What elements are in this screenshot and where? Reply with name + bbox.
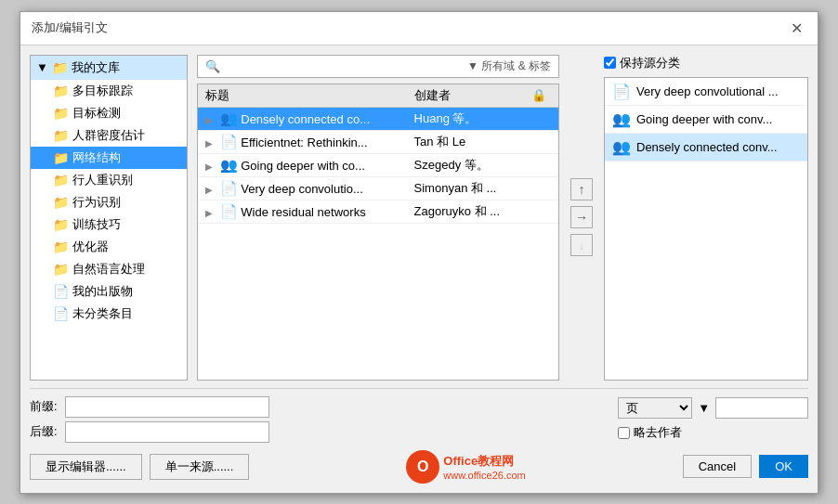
search-dropdown[interactable]: ▼ 所有域 & 标签 — [467, 58, 551, 74]
sidebar-item-label: 人群密度估计 — [72, 127, 145, 144]
sidebar-item-label: 我的出版物 — [72, 283, 133, 300]
ref-author-cell: Huang 等。 — [407, 107, 524, 130]
ref-lock-cell — [524, 176, 558, 200]
references-panel: 🔍 ▼ 所有域 & 标签 标题 创建者 🔒 — [197, 55, 559, 381]
close-button[interactable]: ✕ — [787, 19, 806, 37]
sidebar-item-label: 自然语言处理 — [72, 261, 145, 278]
move-down-button[interactable]: ↓ — [570, 234, 593, 256]
ref-title-cell: ▶ 📄 Very deep convolutio... — [198, 176, 407, 200]
suffix-input[interactable] — [65, 421, 269, 443]
ref-title: Going deeper with co... — [241, 159, 365, 173]
watermark-logo: O — [406, 450, 439, 484]
prefix-suffix-inputs: 前缀: 后缀: — [30, 396, 269, 443]
omit-author-checkbox[interactable] — [618, 427, 630, 439]
prefix-input[interactable] — [65, 396, 269, 418]
folder-icon: 📁 — [53, 239, 69, 254]
sidebar-item-publications[interactable]: 📄 我的出版物 — [31, 280, 187, 303]
watermark-line1: Office教程网 — [443, 453, 525, 470]
sidebar-item-pedestrian[interactable]: 📁 行人重识别 — [31, 169, 187, 191]
expand-icon: ▼ — [36, 60, 48, 74]
library-root-label: 我的文库 — [72, 59, 120, 76]
top-area: ▼ 📁 我的文库 📁 多目标跟踪 📁 目标检测 📁 人群密度估计 � — [30, 55, 808, 381]
doc-icon: 📄 — [220, 203, 238, 219]
page-select[interactable]: 页 章 节 — [618, 397, 692, 419]
title-bar: 添加/编辑引文 ✕ — [20, 12, 818, 45]
suffix-row: 后缀: — [30, 421, 269, 443]
doc-icon: 📄 — [53, 306, 69, 321]
sidebar-item-nlp[interactable]: 📁 自然语言处理 — [31, 258, 187, 280]
table-row[interactable]: ▶ 👥 Densely connected co... Huang 等。 — [198, 107, 558, 130]
ref-title-cell: ▶ 👥 Going deeper with co... — [198, 153, 407, 176]
page-input[interactable] — [715, 397, 808, 419]
selected-ref-item[interactable]: 👥 Densely connected conv... — [605, 134, 807, 162]
sidebar-item-label: 目标检测 — [72, 105, 121, 122]
sidebar-item-multitarget[interactable]: 📁 多目标跟踪 — [31, 80, 187, 102]
ref-author-cell: Tan 和 Le — [407, 130, 524, 153]
sidebar-item-training[interactable]: 📁 训练技巧 — [31, 213, 187, 236]
dialog-title: 添加/编辑引文 — [32, 19, 108, 36]
table-row[interactable]: ▶ 👥 Going deeper with co... Szegedy 等。 — [198, 153, 558, 176]
library-root[interactable]: ▼ 📁 我的文库 — [31, 56, 187, 80]
table-row[interactable]: ▶ 📄 Efficientnet: Rethinkin... Tan 和 Le — [198, 130, 558, 153]
doc-icon: 📄 — [53, 284, 69, 299]
search-bar: 🔍 ▼ 所有域 & 标签 — [197, 55, 559, 78]
ref-title-cell: ▶ 📄 Wide residual networks — [198, 200, 407, 223]
ref-author-cell: Szegedy 等。 — [407, 153, 524, 176]
selected-refs-panel: 保持源分类 📄 Very deep convolutional ... 👥 Go… — [604, 55, 808, 381]
preserve-checkbox[interactable] — [604, 57, 616, 69]
folder-icon: 📁 — [53, 262, 69, 277]
cancel-button[interactable]: Cancel — [683, 455, 752, 478]
single-source-button[interactable]: 单一来源...... — [150, 454, 250, 480]
expand-icon: ▶ — [205, 208, 213, 218]
arrows-panel: ↑ → ↓ — [569, 55, 595, 381]
bottom-buttons: 显示编辑器...... 单一来源...... O Office教程网 www.o… — [30, 450, 808, 484]
ok-button[interactable]: OK — [759, 455, 808, 478]
expand-icon: ▶ — [205, 115, 213, 125]
watermark-text: Office教程网 www.office26.com — [443, 453, 525, 481]
bottom-area: 前缀: 后缀: 页 章 节 ▼ — [30, 388, 808, 484]
folder-icon: 📁 — [53, 106, 69, 121]
search-input[interactable] — [226, 59, 462, 73]
watermark-line2: www.office26.com — [443, 470, 525, 481]
folder-icon: 📁 — [53, 217, 69, 232]
ref-author-cell: Zagoruyko 和 ... — [407, 200, 524, 223]
selected-ref-item[interactable]: 📄 Very deep convolutional ... — [605, 78, 807, 106]
selected-ref-title: Very deep convolutional ... — [636, 84, 800, 98]
sidebar-item-uncategorized[interactable]: 📄 未分类条目 — [31, 303, 187, 325]
col-title[interactable]: 标题 — [198, 84, 407, 108]
col-author[interactable]: 创建者 — [407, 84, 524, 108]
folder-icon: 📁 — [53, 84, 69, 98]
preserve-label: 保持源分类 — [620, 55, 680, 71]
sidebar-item-label: 网络结构 — [72, 149, 121, 166]
sidebar-item-behavior[interactable]: 📁 行为识别 — [31, 191, 187, 213]
sidebar-item-density[interactable]: 📁 人群密度估计 — [31, 124, 187, 147]
omit-author-row: 略去作者 — [618, 424, 808, 441]
move-up-button[interactable]: ↑ — [570, 178, 593, 200]
table-row[interactable]: ▶ 📄 Very deep convolutio... Simonyan 和 .… — [198, 176, 558, 200]
ref-title-cell: ▶ 👥 Densely connected co... — [198, 107, 407, 130]
ref-title: Densely connected co... — [241, 112, 370, 126]
search-dropdown-label: ▼ 所有域 & 标签 — [467, 58, 551, 74]
people-icon: 👥 — [612, 138, 631, 156]
folder-icon: 📁 — [53, 195, 69, 210]
sidebar-item-optimizer[interactable]: 📁 优化器 — [31, 236, 187, 258]
dialog-body: ▼ 📁 我的文库 📁 多目标跟踪 📁 目标检测 📁 人群密度估计 � — [20, 45, 818, 493]
preserve-checkbox-row: 保持源分类 — [604, 55, 808, 71]
sidebar-item-label: 优化器 — [72, 239, 109, 255]
ref-title-cell: ▶ 📄 Efficientnet: Rethinkin... — [198, 130, 407, 153]
doc-icon: 📄 — [220, 180, 238, 196]
col-lock: 🔒 — [524, 84, 558, 108]
move-right-button[interactable]: → — [570, 206, 593, 228]
ref-lock-cell — [524, 200, 558, 223]
show-editor-button[interactable]: 显示编辑器...... — [30, 454, 142, 480]
prefix-row: 前缀: — [30, 396, 269, 418]
table-row[interactable]: ▶ 📄 Wide residual networks Zagoruyko 和 .… — [198, 200, 558, 223]
people-icon: 👥 — [220, 157, 238, 173]
sidebar-item-detection[interactable]: 📁 目标检测 — [31, 102, 187, 124]
selected-ref-item[interactable]: 👥 Going deeper with conv... — [605, 106, 807, 134]
suffix-label: 后缀: — [30, 423, 58, 440]
selected-refs-list: 📄 Very deep convolutional ... 👥 Going de… — [604, 77, 808, 381]
sidebar-item-network[interactable]: 📁 网络结构 — [31, 147, 187, 169]
dropdown-arrow-icon: ▼ — [698, 401, 710, 415]
page-row: 页 章 节 ▼ — [618, 397, 808, 419]
